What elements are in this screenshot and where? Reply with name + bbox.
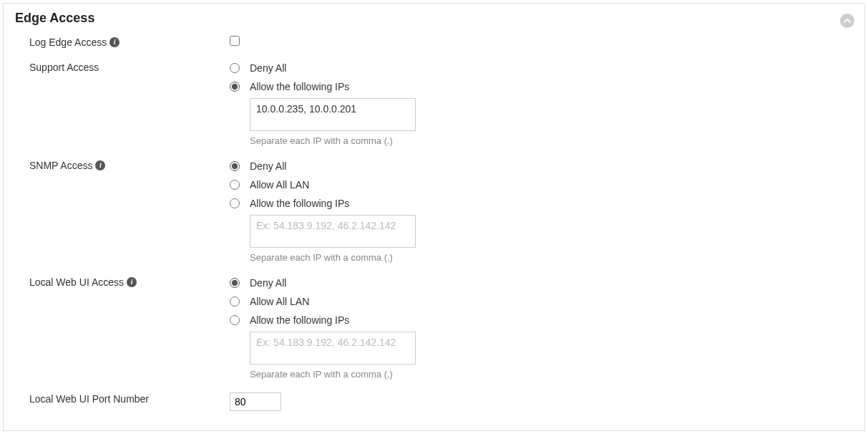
webui-ips-input [250, 332, 416, 365]
snmp-deny-all-label[interactable]: Deny All [250, 160, 286, 172]
support-deny-all-radio[interactable] [230, 63, 240, 73]
snmp-allow-ips-label[interactable]: Allow the following IPs [250, 198, 349, 209]
row-support-access: Support Access Deny All Allow the follow… [15, 61, 853, 146]
label-log-edge-access: Log Edge Access i [15, 36, 230, 48]
label-text: Log Edge Access [29, 37, 107, 48]
info-icon[interactable]: i [109, 37, 120, 47]
label-text: Local Web UI Port Number [29, 393, 149, 405]
row-webui-access: Local Web UI Access i Deny All Allow All… [15, 276, 853, 380]
webui-ips-helper: Separate each IP with a comma (,) [250, 369, 853, 380]
support-allow-ips-label[interactable]: Allow the following IPs [250, 81, 349, 92]
snmp-deny-all-radio[interactable] [230, 161, 240, 171]
snmp-allow-ips-radio[interactable] [230, 198, 240, 208]
label-text: Support Access [29, 62, 99, 73]
label-snmp-access: SNMP Access i [15, 159, 230, 171]
webui-allow-lan-label[interactable]: Allow All LAN [250, 296, 309, 307]
edge-access-panel: Edge Access Log Edge Access i Support Ac… [3, 3, 865, 431]
section-title: Edge Access [15, 11, 853, 26]
info-icon[interactable]: i [95, 160, 105, 170]
support-ips-input[interactable] [250, 98, 416, 131]
webui-allow-ips-radio[interactable] [230, 315, 240, 325]
row-webui-port: Local Web UI Port Number [15, 392, 853, 411]
row-snmp-access: SNMP Access i Deny All Allow All LAN All… [15, 159, 853, 263]
label-text: Local Web UI Access [29, 276, 124, 288]
snmp-ips-helper: Separate each IP with a comma (,) [250, 252, 853, 263]
label-webui-port: Local Web UI Port Number [15, 392, 230, 405]
info-icon[interactable]: i [127, 277, 137, 287]
snmp-allow-lan-label[interactable]: Allow All LAN [250, 179, 309, 191]
snmp-ips-input [250, 215, 416, 248]
support-ips-helper: Separate each IP with a comma (,) [250, 135, 853, 146]
snmp-allow-lan-radio[interactable] [230, 180, 240, 190]
label-text: SNMP Access [29, 160, 92, 171]
label-support-access: Support Access [15, 61, 230, 73]
webui-allow-lan-radio[interactable] [230, 296, 240, 307]
webui-port-input[interactable] [230, 392, 281, 411]
row-log-edge-access: Log Edge Access i [15, 36, 853, 48]
collapse-icon[interactable] [840, 14, 854, 28]
webui-deny-all-radio[interactable] [230, 278, 240, 288]
support-deny-all-label[interactable]: Deny All [250, 62, 286, 74]
webui-deny-all-label[interactable]: Deny All [250, 277, 286, 289]
webui-allow-ips-label[interactable]: Allow the following IPs [250, 314, 349, 326]
label-webui-access: Local Web UI Access i [15, 276, 230, 288]
support-allow-ips-radio[interactable] [230, 82, 240, 92]
log-edge-access-checkbox[interactable] [230, 36, 240, 46]
